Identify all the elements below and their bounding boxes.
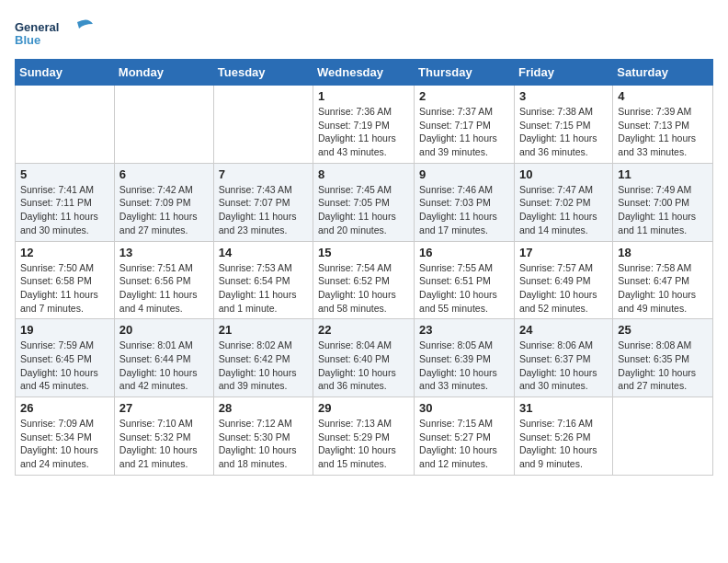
empty-cell [16,86,115,164]
day-info-21: Sunrise: 8:02 AMSunset: 6:42 PMDaylight:… [219,339,308,393]
day-info-9: Sunrise: 7:46 AMSunset: 7:03 PMDaylight:… [419,183,509,237]
day-number-25: 25 [618,323,708,337]
day-number-8: 8 [318,167,409,181]
day-info-18: Sunrise: 7:58 AMSunset: 6:47 PMDaylight:… [618,261,708,316]
day-info-13: Sunrise: 7:51 AMSunset: 6:56 PMDaylight:… [119,261,209,316]
day-cell-11: 11Sunrise: 7:49 AMSunset: 7:00 PMDayligh… [613,163,713,241]
day-info-12: Sunrise: 7:50 AMSunset: 6:58 PMDaylight:… [20,261,109,316]
day-cell-22: 22Sunrise: 8:04 AMSunset: 6:40 PMDayligh… [313,319,415,397]
day-cell-12: 12Sunrise: 7:50 AMSunset: 6:58 PMDayligh… [16,241,115,319]
day-number-20: 20 [119,323,209,337]
week-row-1: 1Sunrise: 7:36 AMSunset: 7:19 PMDaylight… [16,86,713,164]
day-cell-29: 29Sunrise: 7:13 AMSunset: 5:29 PMDayligh… [313,397,415,476]
day-cell-5: 5Sunrise: 7:41 AMSunset: 7:11 PMDaylight… [16,163,115,241]
day-number-30: 30 [419,401,509,415]
svg-text:General: General [15,20,59,34]
day-cell-10: 10Sunrise: 7:47 AMSunset: 7:02 PMDayligh… [514,163,612,241]
day-number-1: 1 [318,89,409,103]
day-number-11: 11 [618,167,708,181]
weekday-header-thursday: Thursday [415,60,515,86]
day-info-16: Sunrise: 7:55 AMSunset: 6:51 PMDaylight:… [419,261,509,316]
weekday-header-row: SundayMondayTuesdayWednesdayThursdayFrid… [16,60,713,86]
day-number-19: 19 [20,323,109,337]
day-cell-7: 7Sunrise: 7:43 AMSunset: 7:07 PMDaylight… [213,163,313,241]
week-row-5: 26Sunrise: 7:09 AMSunset: 5:34 PMDayligh… [16,397,713,476]
day-cell-24: 24Sunrise: 8:06 AMSunset: 6:37 PMDayligh… [514,319,612,397]
week-row-4: 19Sunrise: 7:59 AMSunset: 6:45 PMDayligh… [16,319,713,397]
day-number-13: 13 [119,246,209,259]
day-info-7: Sunrise: 7:43 AMSunset: 7:07 PMDaylight:… [219,183,308,237]
day-info-20: Sunrise: 8:01 AMSunset: 6:44 PMDaylight:… [119,339,209,393]
day-number-3: 3 [519,89,608,103]
day-cell-1: 1Sunrise: 7:36 AMSunset: 7:19 PMDaylight… [313,86,415,164]
week-row-3: 12Sunrise: 7:50 AMSunset: 6:58 PMDayligh… [16,241,713,319]
day-cell-17: 17Sunrise: 7:57 AMSunset: 6:49 PMDayligh… [514,241,612,319]
day-number-18: 18 [618,246,708,259]
day-info-17: Sunrise: 7:57 AMSunset: 6:49 PMDaylight:… [519,261,608,316]
day-cell-9: 9Sunrise: 7:46 AMSunset: 7:03 PMDaylight… [415,163,515,241]
day-info-3: Sunrise: 7:38 AMSunset: 7:15 PMDaylight:… [519,105,608,159]
day-info-5: Sunrise: 7:41 AMSunset: 7:11 PMDaylight:… [20,183,109,237]
logo-bird-icon: General Blue [15,15,107,52]
day-number-26: 26 [20,401,109,415]
day-info-25: Sunrise: 8:08 AMSunset: 6:35 PMDaylight:… [618,339,708,393]
day-cell-31: 31Sunrise: 7:16 AMSunset: 5:26 PMDayligh… [514,397,612,476]
day-number-7: 7 [219,167,308,181]
day-cell-8: 8Sunrise: 7:45 AMSunset: 7:05 PMDaylight… [313,163,415,241]
day-info-27: Sunrise: 7:10 AMSunset: 5:32 PMDaylight:… [119,417,209,471]
day-info-1: Sunrise: 7:36 AMSunset: 7:19 PMDaylight:… [318,105,409,159]
page-header: General Blue [15,15,713,52]
day-info-23: Sunrise: 8:05 AMSunset: 6:39 PMDaylight:… [419,339,509,393]
day-cell-28: 28Sunrise: 7:12 AMSunset: 5:30 PMDayligh… [213,397,313,476]
day-info-6: Sunrise: 7:42 AMSunset: 7:09 PMDaylight:… [119,183,209,237]
day-cell-21: 21Sunrise: 8:02 AMSunset: 6:42 PMDayligh… [213,319,313,397]
day-info-30: Sunrise: 7:15 AMSunset: 5:27 PMDaylight:… [419,417,509,471]
weekday-header-tuesday: Tuesday [213,60,313,86]
day-info-11: Sunrise: 7:49 AMSunset: 7:00 PMDaylight:… [618,183,708,237]
day-number-2: 2 [419,89,509,103]
weekday-header-saturday: Saturday [613,60,713,86]
day-cell-30: 30Sunrise: 7:15 AMSunset: 5:27 PMDayligh… [415,397,515,476]
weekday-header-sunday: Sunday [16,60,115,86]
day-cell-19: 19Sunrise: 7:59 AMSunset: 6:45 PMDayligh… [16,319,115,397]
day-info-10: Sunrise: 7:47 AMSunset: 7:02 PMDaylight:… [519,183,608,237]
day-info-19: Sunrise: 7:59 AMSunset: 6:45 PMDaylight:… [20,339,109,393]
day-cell-27: 27Sunrise: 7:10 AMSunset: 5:32 PMDayligh… [114,397,213,476]
day-cell-2: 2Sunrise: 7:37 AMSunset: 7:17 PMDaylight… [415,86,515,164]
day-number-4: 4 [618,89,708,103]
day-number-31: 31 [519,401,608,415]
day-info-14: Sunrise: 7:53 AMSunset: 6:54 PMDaylight:… [219,261,308,316]
weekday-header-friday: Friday [514,60,612,86]
day-info-8: Sunrise: 7:45 AMSunset: 7:05 PMDaylight:… [318,183,409,237]
day-number-27: 27 [119,401,209,415]
day-number-21: 21 [219,323,308,337]
day-number-22: 22 [318,323,409,337]
day-cell-6: 6Sunrise: 7:42 AMSunset: 7:09 PMDaylight… [114,163,213,241]
empty-cell [114,86,213,164]
day-number-14: 14 [219,246,308,259]
day-cell-23: 23Sunrise: 8:05 AMSunset: 6:39 PMDayligh… [415,319,515,397]
week-row-2: 5Sunrise: 7:41 AMSunset: 7:11 PMDaylight… [16,163,713,241]
empty-cell [213,86,313,164]
day-info-26: Sunrise: 7:09 AMSunset: 5:34 PMDaylight:… [20,417,109,471]
day-number-28: 28 [219,401,308,415]
empty-cell [613,397,713,476]
day-info-2: Sunrise: 7:37 AMSunset: 7:17 PMDaylight:… [419,105,509,159]
weekday-header-wednesday: Wednesday [313,60,415,86]
day-number-10: 10 [519,167,608,181]
day-info-24: Sunrise: 8:06 AMSunset: 6:37 PMDaylight:… [519,339,608,393]
day-number-24: 24 [519,323,608,337]
day-cell-18: 18Sunrise: 7:58 AMSunset: 6:47 PMDayligh… [613,241,713,319]
day-cell-25: 25Sunrise: 8:08 AMSunset: 6:35 PMDayligh… [613,319,713,397]
day-info-31: Sunrise: 7:16 AMSunset: 5:26 PMDaylight:… [519,417,608,471]
logo: General Blue [15,15,110,52]
day-cell-20: 20Sunrise: 8:01 AMSunset: 6:44 PMDayligh… [114,319,213,397]
day-info-15: Sunrise: 7:54 AMSunset: 6:52 PMDaylight:… [318,261,409,316]
day-info-28: Sunrise: 7:12 AMSunset: 5:30 PMDaylight:… [219,417,308,471]
day-info-22: Sunrise: 8:04 AMSunset: 6:40 PMDaylight:… [318,339,409,393]
day-number-15: 15 [318,246,409,259]
day-cell-13: 13Sunrise: 7:51 AMSunset: 6:56 PMDayligh… [114,241,213,319]
svg-text:Blue: Blue [15,33,40,47]
day-number-16: 16 [419,246,509,259]
day-number-5: 5 [20,167,109,181]
